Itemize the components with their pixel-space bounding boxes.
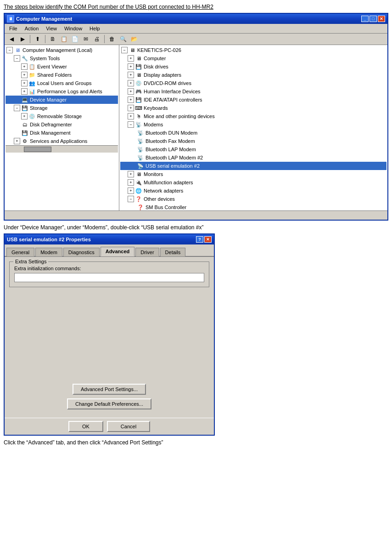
expander-display[interactable]: +	[128, 72, 134, 78]
expander-network[interactable]: +	[128, 187, 134, 194]
tree-item-root[interactable]: − 🖥 Computer Management (Local)	[6, 46, 118, 54]
toolbar-btn-7[interactable]: 🔍	[118, 34, 128, 44]
icon-mice: 🖱	[135, 113, 142, 120]
tree-item-local-users[interactable]: + 👥 Local Users and Groups	[6, 79, 118, 87]
advanced-port-settings-button[interactable]: Advanced Port Settings...	[73, 384, 146, 395]
change-default-preferences-button[interactable]: Change Default Preferences...	[67, 398, 151, 409]
dialog-titlebar-left: USB serial emulation #2 Properties	[7, 237, 91, 242]
maximize-button[interactable]: □	[370, 16, 377, 22]
expander-event-viewer[interactable]: +	[21, 63, 28, 70]
expander-perf-logs[interactable]: +	[21, 88, 28, 95]
device-computer[interactable]: + 🖥 Computer	[120, 54, 386, 62]
menu-help[interactable]: Help	[87, 25, 103, 32]
expander-local-users[interactable]: +	[21, 80, 28, 86]
tab-diagnostics[interactable]: Diagnostics	[63, 248, 100, 256]
expander-other[interactable]: −	[128, 196, 134, 202]
device-bt-lap[interactable]: 📡 Bluetooth LAP Modem	[120, 145, 386, 153]
tab-modem[interactable]: Modem	[35, 248, 62, 256]
toolbar-btn-3[interactable]: 📄	[70, 34, 80, 44]
toolbar-btn-5[interactable]: 🖨	[92, 34, 102, 44]
device-bt-fax[interactable]: 📡 Bluetooth Fax Modem	[120, 137, 386, 145]
tree-item-services[interactable]: + ⚙ Services and Applications	[6, 137, 118, 145]
expander-monitors[interactable]: +	[128, 171, 134, 177]
tree-item-shared-folders[interactable]: + 📁 Shared Folders	[6, 71, 118, 79]
expander-device-root[interactable]: −	[121, 47, 128, 53]
tree-item-removable[interactable]: + 💿 Removable Storage	[6, 112, 118, 120]
expander-ide[interactable]: +	[128, 97, 134, 103]
device-mice[interactable]: + 🖱 Mice and other pointing devices	[120, 112, 386, 120]
expander-keyboard[interactable]: +	[128, 105, 134, 111]
device-disk-drives[interactable]: + 💾 Disk drives	[120, 62, 386, 71]
menu-file[interactable]: File	[6, 25, 20, 32]
titlebar-buttons: _ □ ✕	[361, 16, 385, 22]
device-bt-dun[interactable]: 📡 Bluetooth DUN Modem	[120, 129, 386, 137]
up-button[interactable]: ⬆	[33, 34, 43, 44]
dialog-close-button[interactable]: ✕	[204, 236, 212, 243]
tab-general[interactable]: General	[6, 248, 34, 256]
expander-root[interactable]: −	[6, 47, 13, 53]
forward-button[interactable]: ▶	[17, 34, 28, 44]
tree-label-event-viewer: Event Viewer	[37, 64, 67, 69]
expander-multifunction[interactable]: +	[128, 179, 134, 186]
expander-mice[interactable]: +	[128, 113, 134, 119]
toolbar-btn-8[interactable]: 📂	[129, 34, 139, 44]
device-ide[interactable]: + 💾 IDE ATA/ATAPI controllers	[120, 96, 386, 104]
minimize-button[interactable]: _	[361, 16, 369, 22]
tree-item-defrag[interactable]: 🗂 Disk Defragmenter	[6, 120, 118, 129]
menu-view[interactable]: View	[43, 25, 60, 32]
tree-item-event-viewer[interactable]: + 📋 Event Viewer	[6, 62, 118, 71]
expander-shared-folders[interactable]: +	[21, 72, 28, 78]
tree-label-device-manager: Device Manager	[30, 97, 67, 102]
device-dvd[interactable]: + 💿 DVD/CD-ROM drives	[120, 79, 386, 87]
tab-advanced[interactable]: Advanced	[101, 247, 135, 256]
tree-label-services: Services and Applications	[30, 138, 87, 144]
device-bt-lap2[interactable]: 📡 Bluetooth LAP Modem #2	[120, 153, 386, 162]
computer-management-window: 🖥 Computer Management _ □ ✕ File Action …	[4, 13, 388, 221]
tab-driver[interactable]: Driver	[135, 248, 159, 256]
tree-item-disk-mgmt[interactable]: 💾 Disk Management	[6, 129, 118, 137]
tree-item-device-manager[interactable]: 💻 Device Manager	[6, 96, 118, 104]
tree-item-storage[interactable]: − 💾 Storage	[6, 104, 118, 112]
description-text-1: Under “Device Manager”, under “Modems”, …	[4, 224, 388, 231]
tree-label-system-tools: System Tools	[30, 56, 60, 61]
expander-computer[interactable]: +	[128, 55, 134, 62]
extra-init-input[interactable]	[14, 273, 204, 282]
device-other[interactable]: − ❓ Other devices	[120, 195, 386, 203]
expander-system-tools[interactable]: −	[14, 55, 20, 62]
cancel-button[interactable]: Cancel	[107, 421, 150, 432]
device-smbus[interactable]: ❓ SM Bus Controller	[120, 203, 386, 210]
device-multifunction[interactable]: + 🔌 Multifunction adapters	[120, 178, 386, 187]
expander-dvd[interactable]: +	[128, 80, 134, 86]
device-keyboard[interactable]: + ⌨ Keyboards	[120, 104, 386, 112]
hscroll[interactable]	[6, 145, 118, 153]
back-button[interactable]: ◀	[6, 34, 17, 44]
toolbar-separator-3	[104, 35, 105, 43]
menu-window[interactable]: Window	[62, 25, 85, 32]
device-network[interactable]: + 🌐 Network adapters	[120, 187, 386, 195]
expander-modems[interactable]: −	[128, 121, 134, 128]
expander-disk-drives[interactable]: +	[128, 63, 134, 70]
tab-details[interactable]: Details	[160, 248, 186, 256]
tree-item-system-tools[interactable]: − 🔧 System Tools	[6, 54, 118, 62]
expander-services[interactable]: +	[14, 138, 20, 144]
toolbar-btn-1[interactable]: 🗎	[48, 34, 58, 44]
toolbar-btn-4[interactable]: ✉	[81, 34, 91, 44]
device-display[interactable]: + 🖥 Display adapters	[120, 71, 386, 79]
device-usb-serial[interactable]: 📡 USB serial emulation #2	[120, 162, 386, 170]
toolbar-btn-6[interactable]: 🗑	[107, 34, 117, 44]
ok-button[interactable]: OK	[68, 421, 103, 432]
toolbar-btn-2[interactable]: 📋	[59, 34, 69, 44]
icon-device-manager: 💻	[21, 96, 28, 103]
close-button[interactable]: ✕	[378, 16, 385, 22]
expander-hid[interactable]: +	[128, 88, 134, 95]
device-modems[interactable]: − 📡 Modems	[120, 120, 386, 129]
menu-action[interactable]: Action	[22, 25, 42, 32]
device-root[interactable]: − 🖥 KENETICS-PC-026	[120, 46, 386, 54]
expander-removable[interactable]: +	[21, 113, 28, 119]
tree-item-perf-logs[interactable]: + 📊 Performance Logs and Alerts	[6, 87, 118, 96]
hscroll-thumb[interactable]	[24, 147, 51, 152]
expander-storage[interactable]: −	[14, 105, 20, 111]
device-monitors[interactable]: + 🖥 Monitors	[120, 170, 386, 178]
dialog-help-button[interactable]: ?	[196, 236, 203, 243]
device-hid[interactable]: + 🎮 Human Interface Devices	[120, 87, 386, 96]
